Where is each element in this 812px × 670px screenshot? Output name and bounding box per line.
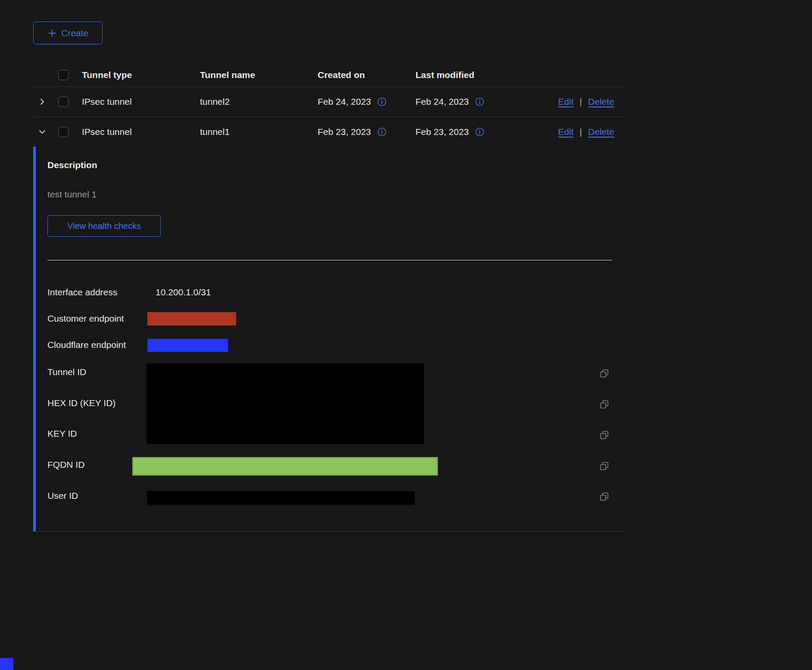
table-row-tunnel2: IPsec tunnel tunnel2 Feb 24, 2023 Feb 24… (33, 87, 625, 117)
create-button-label: Create (61, 28, 88, 38)
header-last-modified: Last modified (415, 70, 515, 80)
created-on-value: Feb 24, 2023 (318, 97, 371, 107)
section-divider (47, 260, 612, 260)
cloudflare-endpoint-redacted-value (147, 339, 228, 352)
row-checkbox[interactable] (58, 97, 69, 107)
info-icon[interactable] (377, 127, 387, 137)
tunnel-name-value: tunnel1 (200, 127, 318, 137)
description-value: test tunnel 1 (47, 189, 97, 200)
tunnel-hex-key-id-redacted-values (147, 363, 424, 444)
tunnels-page: Create Tunnel type Tunnel name Created o… (0, 0, 812, 670)
select-all-checkbox[interactable] (58, 70, 69, 80)
copy-icon[interactable] (599, 430, 609, 440)
info-icon[interactable] (377, 97, 387, 106)
bottom-left-accent-fragment (0, 658, 13, 670)
user-id-redacted-value (147, 491, 415, 505)
chevron-right-icon[interactable] (38, 97, 47, 106)
tunnel-name-value: tunnel2 (200, 97, 318, 107)
link-separator: | (580, 97, 582, 107)
cloudflare-endpoint-label: Cloudflare endpoint (47, 340, 126, 350)
header-tunnel-type: Tunnel type (82, 70, 200, 80)
edit-link[interactable]: Edit (558, 127, 574, 137)
copy-icon[interactable] (599, 399, 609, 410)
last-modified-value: Feb 24, 2023 (415, 97, 469, 107)
fqdn-id-redacted-value (132, 457, 438, 476)
create-button[interactable]: Create (33, 22, 103, 44)
hex-id-label: HEX ID (KEY ID) (47, 398, 116, 408)
view-health-checks-button[interactable]: View health checks (47, 215, 161, 237)
user-id-label: User ID (47, 491, 78, 501)
customer-endpoint-redacted-value (147, 312, 236, 326)
copy-icon[interactable] (599, 461, 609, 471)
plus-icon (47, 28, 57, 38)
row-checkbox[interactable] (58, 127, 69, 137)
tunnel-type-value: IPsec tunnel (82, 97, 200, 107)
created-on-value: Feb 23, 2023 (318, 127, 371, 137)
fqdn-id-label: FQDN ID (47, 460, 84, 470)
table-row-tunnel1: IPsec tunnel tunnel1 Feb 23, 2023 Feb 23… (33, 117, 625, 147)
copy-icon[interactable] (599, 368, 609, 379)
delete-link[interactable]: Delete (588, 127, 614, 137)
tunnel-detail-panel: Description test tunnel 1 View health ch… (33, 147, 625, 532)
tunnel-type-value: IPsec tunnel (82, 127, 200, 137)
info-icon[interactable] (475, 127, 484, 137)
delete-link[interactable]: Delete (588, 97, 614, 107)
chevron-down-icon[interactable] (38, 128, 47, 136)
table-header-row: Tunnel type Tunnel name Created on Last … (33, 63, 625, 87)
last-modified-value: Feb 23, 2023 (415, 127, 469, 137)
header-tunnel-name: Tunnel name (200, 70, 318, 80)
header-created-on: Created on (318, 70, 415, 80)
link-separator: | (580, 127, 582, 137)
description-label: Description (47, 160, 97, 170)
tunnel-id-label: Tunnel ID (47, 367, 86, 377)
interface-address-value: 10.200.1.0/31 (156, 287, 211, 297)
interface-address-label: Interface address (47, 287, 117, 297)
customer-endpoint-label: Customer endpoint (47, 313, 124, 324)
info-icon[interactable] (475, 97, 484, 106)
edit-link[interactable]: Edit (558, 97, 574, 107)
copy-icon[interactable] (599, 492, 609, 502)
key-id-label: KEY ID (47, 429, 77, 439)
